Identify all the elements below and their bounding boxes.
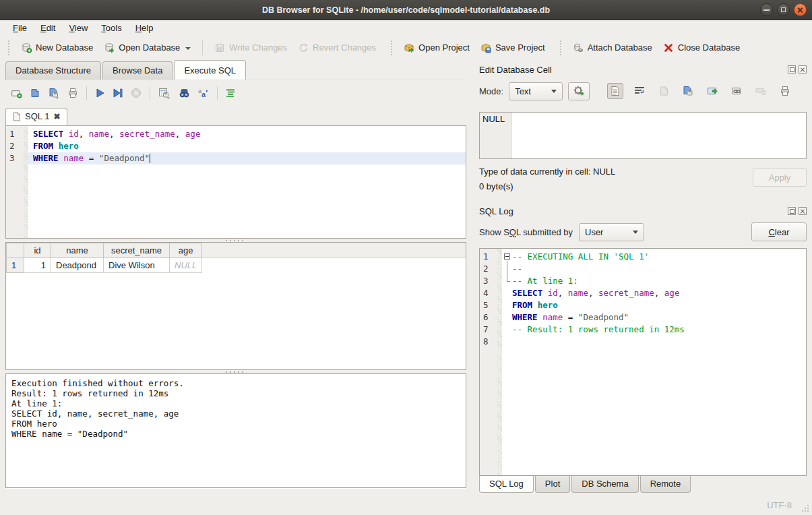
tab-sql-log[interactable]: SQL Log <box>479 476 534 493</box>
maximize-button[interactable] <box>777 3 790 16</box>
statusbar: UTF-8 <box>0 495 812 515</box>
clear-log-button[interactable]: Clear <box>751 222 807 241</box>
tab-plot[interactable]: Plot <box>535 476 570 493</box>
new-database-icon <box>21 42 32 53</box>
menu-tools[interactable]: Tools <box>95 22 127 34</box>
encoding-indicator[interactable]: UTF-8 <box>767 500 792 510</box>
submitted-by-select[interactable]: User <box>579 223 644 241</box>
results-grid[interactable]: id name secret_name age 1 1 Deadpond Div… <box>5 242 466 370</box>
execution-message-box[interactable]: Execution finished without errors. Resul… <box>5 373 466 488</box>
titlebar[interactable]: DB Browser for SQLite - /home/user/code/… <box>0 0 812 20</box>
close-panel-icon[interactable] <box>799 65 807 73</box>
sql-log-filter-row: Show SQL submitted by User Clear <box>479 220 807 243</box>
fold-collapse-icon[interactable] <box>503 251 512 263</box>
log-line-numbers: 1 2 3 4 5 6 7 8 <box>480 249 497 475</box>
gear-icon <box>573 85 585 97</box>
resize-grip[interactable] <box>801 504 809 512</box>
menu-view[interactable]: View <box>63 22 94 34</box>
fold-line <box>503 263 512 275</box>
execute-sql-button[interactable] <box>95 88 105 98</box>
sql-tab-label: SQL 1 <box>25 111 49 121</box>
menu-help[interactable]: Help <box>129 22 160 34</box>
sql-toolbar-separator <box>86 86 87 100</box>
editor-line: FROM hero <box>28 140 466 152</box>
tab-remote[interactable]: Remote <box>640 476 691 493</box>
mode-select[interactable]: Text <box>509 82 563 100</box>
write-changes-label: Write Changes <box>229 42 287 53</box>
table-row[interactable]: 1 1 Deadpond Dive Wilson NULL <box>7 258 202 273</box>
float-panel-icon[interactable] <box>788 65 796 73</box>
revert-changes-button[interactable]: Revert Changes <box>292 40 381 56</box>
export-data-icon[interactable] <box>704 83 720 99</box>
word-wrap-icon[interactable] <box>631 83 648 99</box>
cell-secret-name[interactable]: Dive Wilson <box>104 258 170 273</box>
column-header-secret-name[interactable]: secret_name <box>104 243 170 258</box>
menu-file[interactable]: File <box>7 22 33 34</box>
format-sql-button[interactable] <box>226 88 236 98</box>
cell-editor[interactable]: NULL <box>479 112 807 159</box>
autocomplete-button[interactable]: aa <box>197 88 209 98</box>
apply-button[interactable]: Apply <box>753 168 807 187</box>
open-database-dropdown-icon[interactable] <box>185 47 191 53</box>
column-header-age[interactable]: age <box>170 243 202 258</box>
import-in-cell-button[interactable] <box>568 82 590 100</box>
open-data-icon[interactable] <box>656 83 672 99</box>
editor-code-area[interactable]: SELECT id, name, secret_name, age FROM h… <box>28 126 466 238</box>
close-button[interactable] <box>794 3 807 16</box>
minimize-button[interactable] <box>760 3 773 16</box>
new-database-button[interactable]: New Database <box>15 40 98 56</box>
tab-db-schema[interactable]: DB Schema <box>571 476 638 493</box>
print-cell-icon[interactable] <box>777 83 793 99</box>
cell-editor-body[interactable] <box>512 113 806 158</box>
menu-edit[interactable]: Edit <box>34 22 61 34</box>
open-sql-file-button[interactable] <box>30 88 40 98</box>
attach-database-button[interactable]: Attach Database <box>567 40 658 56</box>
save-data-icon[interactable] <box>680 83 696 99</box>
save-sql-file-button[interactable] <box>48 88 60 98</box>
toolbar-handle[interactable] <box>391 40 394 55</box>
close-database-icon <box>663 42 674 53</box>
execute-current-line-button[interactable] <box>113 88 123 98</box>
cell-age[interactable]: NULL <box>170 258 202 273</box>
open-project-icon <box>404 42 414 53</box>
editor-line-current: WHERE name = "Deadpond" <box>28 152 466 164</box>
sql-file-icon <box>13 112 21 121</box>
new-sql-tab-button[interactable] <box>11 88 22 98</box>
close-database-button[interactable]: Close Database <box>658 40 746 56</box>
link-data-icon[interactable] <box>728 83 745 99</box>
row-header[interactable]: 1 <box>7 258 24 273</box>
find-in-sql-button[interactable] <box>179 88 190 98</box>
close-sql-tab-icon[interactable]: ✖ <box>53 112 60 121</box>
toolbar-handle[interactable] <box>560 40 563 55</box>
sql-editor[interactable]: 1 2 3 SELECT id, name, secret_name, age … <box>5 125 466 239</box>
tab-execute-sql[interactable]: Execute SQL <box>174 60 246 80</box>
sql-log-dock-header: SQL Log <box>479 204 807 218</box>
write-changes-button[interactable]: Write Changes <box>209 40 292 56</box>
tab-browse-data[interactable]: Browse Data <box>102 61 173 80</box>
db-browser-window: DB Browser for SQLite - /home/user/code/… <box>0 0 812 515</box>
save-results-button[interactable] <box>158 88 171 98</box>
toolbar-handle[interactable] <box>8 40 11 55</box>
print-sql-button[interactable] <box>67 88 78 98</box>
set-null-icon[interactable] <box>753 83 769 99</box>
save-project-button[interactable]: Save Project <box>475 40 551 56</box>
left-pane: Database Structure Browse Data Execute S… <box>0 59 474 492</box>
tab-database-structure[interactable]: Database Structure <box>5 61 101 80</box>
sql-log-view[interactable]: 1 2 3 4 5 6 7 8 -- EXECUTING ALL IN 'SQL… <box>479 248 807 476</box>
float-panel-icon[interactable] <box>788 207 796 215</box>
right-pane: Edit Database Cell Mode: Text <box>475 59 812 495</box>
stop-execution-button[interactable] <box>131 88 142 98</box>
cell-id[interactable]: 1 <box>24 258 51 273</box>
sql-document-tab-bar: SQL 1 ✖ <box>5 105 466 125</box>
column-header-name[interactable]: name <box>51 243 104 258</box>
column-header-id[interactable]: id <box>24 243 51 258</box>
sql-document-tab[interactable]: SQL 1 ✖ <box>5 108 67 125</box>
log-line: -- EXECUTING ALL IN 'SQL 1' <box>502 251 806 263</box>
close-panel-icon[interactable] <box>799 207 807 215</box>
cell-name[interactable]: Deadpond <box>51 258 104 273</box>
text-mode-icon[interactable] <box>607 83 623 99</box>
open-database-button[interactable]: Open Database <box>98 40 196 56</box>
log-line: FROM hero <box>502 299 806 311</box>
open-project-button[interactable]: Open Project <box>398 40 475 56</box>
results-message-splitter[interactable] <box>5 370 466 373</box>
